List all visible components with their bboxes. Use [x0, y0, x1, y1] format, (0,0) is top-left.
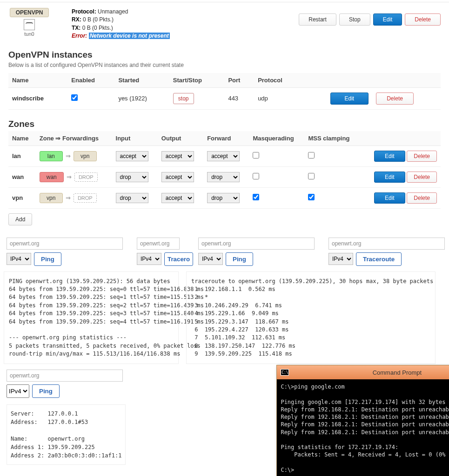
output-select[interactable]: accept — [161, 193, 194, 203]
cmd-title: Command Prompt — [292, 369, 449, 376]
zone-name: wan — [12, 173, 24, 180]
started-value: yes (1922) — [114, 87, 169, 109]
zcol-zf: Zone ⇒ Forwardings — [36, 131, 112, 146]
zone-src: wan — [40, 172, 64, 182]
zone-edit-button[interactable]: Edit — [374, 172, 405, 183]
cmd-icon: C:\ — [281, 369, 289, 376]
arrow-icon: ⇒ — [64, 173, 74, 180]
command-prompt-window: C:\ Command Prompt — ▢ ✕ C:\>ping google… — [276, 365, 449, 476]
arrow-icon: ⇒ — [63, 194, 74, 201]
cmd-titlebar[interactable]: C:\ Command Prompt — ▢ ✕ — [277, 365, 449, 379]
diag-host-input-3[interactable] — [198, 238, 315, 250]
proto-value: Unmanaged — [98, 8, 128, 15]
delete-button[interactable]: Delete — [405, 13, 441, 26]
col-enabled: Enabled — [67, 73, 114, 88]
zone-edit-button[interactable]: Edit — [374, 192, 405, 204]
error-value: Network device is not present — [89, 33, 170, 39]
tx-label: TX: — [72, 25, 80, 31]
ping-output: PING openwrt.org (139.59.209.225): 56 da… — [4, 271, 179, 364]
error-label: Error: — [72, 33, 87, 39]
zone-src: lan — [40, 151, 63, 161]
zone-dst: DROP — [74, 172, 98, 182]
diag-host-input-4[interactable] — [328, 238, 445, 250]
input-select[interactable]: drop — [116, 172, 148, 182]
col-startstop: Start/Stop — [169, 73, 225, 88]
ping-button-3[interactable]: Ping — [32, 384, 60, 398]
cmd-body[interactable]: C:\>ping google.com Pinging google.com [… — [277, 379, 449, 476]
zone-name: vpn — [12, 194, 23, 201]
ipver-select-3[interactable]: IPv4 — [198, 253, 223, 265]
stop-button[interactable]: Stop — [339, 13, 370, 26]
proto-value: udp — [254, 87, 302, 109]
traceroute-button-2[interactable]: Traceroute — [356, 252, 402, 266]
zone-name: lan — [12, 152, 21, 159]
mss-checkbox[interactable] — [308, 173, 315, 179]
ipver-select-5[interactable]: IPv4 — [7, 384, 29, 398]
mss-checkbox[interactable] — [308, 152, 315, 159]
zcol-forward: Forward — [203, 131, 249, 146]
zone-dst: DROP — [74, 193, 97, 203]
interface-devname: tun0 — [8, 31, 50, 37]
forward-select[interactable]: drop — [207, 193, 240, 203]
mss-checkbox[interactable] — [308, 194, 315, 200]
rx-label: RX: — [72, 16, 81, 23]
interface-actions: Restart Stop Edit Delete — [299, 8, 441, 26]
traceroute-button-1[interactable]: Tracero — [164, 252, 193, 266]
masq-checkbox[interactable] — [253, 152, 259, 159]
output-select[interactable]: accept — [161, 172, 194, 182]
diag-row-top: IPv4 Ping IPv4 Tracero IPv4 Ping IPv4 Tr… — [0, 234, 449, 270]
interface-badge: OPENVPN — [10, 8, 49, 17]
zone-dst: vpn — [74, 151, 97, 161]
enabled-checkbox[interactable] — [71, 94, 78, 101]
zone-delete-button[interactable]: Delete — [407, 192, 437, 204]
col-started: Started — [114, 73, 169, 88]
edit-button[interactable]: Edit — [373, 13, 402, 26]
zones-title: Zones — [8, 119, 441, 129]
tx-value: 0 B (0 Pkts.) — [82, 25, 113, 31]
instance-stop-button[interactable]: stop — [173, 93, 194, 104]
zone-row: vpnvpn⇒DROPdropacceptdropEdit Delete — [8, 187, 441, 208]
ipver-select-1[interactable]: IPv4 — [7, 253, 31, 265]
instance-name: windscribe — [12, 95, 44, 102]
output-select[interactable]: accept — [161, 151, 194, 161]
diag-host-input-2[interactable] — [137, 238, 180, 250]
nslookup-output: Server: 127.0.0.1 Address: 127.0.0.1#53 … — [7, 404, 126, 465]
tunnel-icon — [24, 19, 35, 30]
instance-edit-button[interactable]: Edit — [330, 93, 369, 105]
ipver-select-2[interactable]: IPv4 — [137, 253, 161, 265]
masq-checkbox[interactable] — [253, 173, 259, 179]
zcol-output: Output — [158, 131, 203, 146]
col-name: Name — [8, 73, 67, 88]
restart-button[interactable]: Restart — [299, 13, 336, 26]
ping-button-1[interactable]: Ping — [34, 252, 61, 266]
rx-value: 0 B (0 Pkts.) — [83, 16, 114, 23]
zone-delete-button[interactable]: Delete — [407, 172, 437, 183]
input-select[interactable]: accept — [116, 151, 148, 161]
zone-src: vpn — [40, 193, 63, 203]
ping-button-2[interactable]: Ping — [226, 252, 253, 266]
ipver-select-4[interactable]: IPv4 — [328, 253, 353, 265]
diag-host-input-5[interactable] — [7, 370, 123, 382]
interface-info: Protocol: Unmanaged RX: 0 B (0 Pkts.) TX… — [72, 8, 170, 40]
input-select[interactable]: drop — [116, 193, 148, 203]
proto-label: Protocol: — [72, 8, 96, 15]
zcol-masq: Masquerading — [249, 131, 304, 146]
arrow-icon: ⇒ — [63, 152, 74, 159]
port-value: 443 — [224, 87, 254, 109]
zone-edit-button[interactable]: Edit — [374, 151, 405, 162]
interface-row: OPENVPN tun0 Protocol: Unmanaged RX: 0 B… — [0, 4, 449, 44]
diag-host-input-1[interactable] — [7, 238, 123, 250]
zcol-mss: MSS clamping — [304, 131, 360, 146]
instance-delete-button[interactable]: Delete — [376, 93, 414, 105]
masq-checkbox[interactable] — [253, 194, 259, 200]
zone-row: lanlan⇒vpnacceptacceptacceptEdit Delete — [8, 145, 441, 166]
forward-select[interactable]: accept — [207, 151, 240, 161]
traceroute-output: traceroute to openwrt.org (139.59.209.22… — [186, 271, 436, 364]
ovpn-row: windscribe yes (1922) stop 443 udp Edit … — [8, 87, 441, 109]
zone-row: wanwan⇒DROPdropacceptdropEdit Delete — [8, 166, 441, 187]
zones-table: Name Zone ⇒ Forwardings Input Output For… — [8, 131, 441, 209]
add-zone-button[interactable]: Add — [8, 213, 32, 225]
zone-delete-button[interactable]: Delete — [407, 151, 437, 162]
col-proto: Protocol — [254, 73, 302, 88]
forward-select[interactable]: drop — [207, 172, 240, 182]
